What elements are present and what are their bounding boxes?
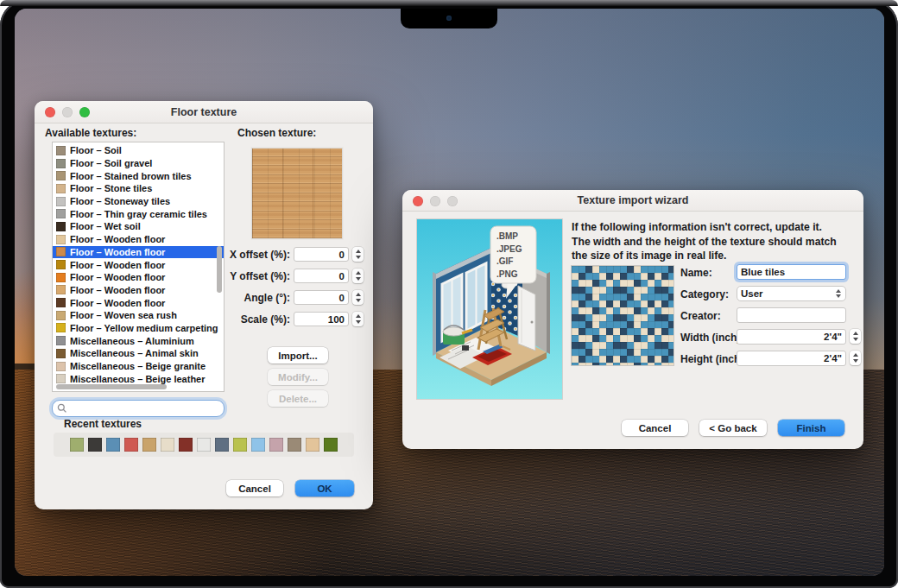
delete-button[interactable]: Delete... (268, 390, 328, 407)
recent-swatch[interactable] (269, 438, 283, 452)
texture-search-input[interactable] (52, 400, 224, 417)
y-offset-stepper[interactable] (352, 269, 364, 283)
width-stepper[interactable] (850, 329, 861, 344)
texture-list-item[interactable]: Miscellaneous – Animal skin (53, 347, 224, 360)
floor-dialog-titlebar[interactable]: Floor texture (35, 101, 373, 123)
scale-stepper[interactable] (352, 312, 364, 326)
texture-list-item[interactable]: Miscellaneous – Beige granite (53, 360, 224, 373)
texture-list-item[interactable]: Floor – Stone tiles (53, 182, 224, 195)
recent-swatch[interactable] (88, 438, 102, 452)
texture-swatch (56, 222, 66, 231)
texture-list-item[interactable]: Floor – Stoneway tiles (53, 195, 224, 208)
recent-textures-label: Recent textures (64, 418, 142, 430)
import-button[interactable]: Import... (268, 347, 328, 364)
texture-swatch (56, 209, 66, 218)
texture-list-item[interactable]: Miscellaneous – Beige leather (53, 372, 224, 385)
texture-swatch (56, 159, 66, 168)
texture-swatch (56, 235, 66, 244)
texture-list-item[interactable]: Floor – Stained brown tiles (53, 169, 224, 182)
imported-texture-thumbnail (572, 266, 674, 365)
scale-label: Scale (%): (164, 313, 290, 326)
file-type-png: .PNG (496, 269, 522, 281)
texture-swatch (56, 323, 66, 332)
chosen-texture-label: Chosen texture: (237, 127, 316, 139)
name-input[interactable]: Blue tiles (737, 264, 846, 280)
angle-input[interactable]: 0 (294, 290, 349, 305)
texture-swatch (56, 362, 66, 371)
wizard-go-back-button[interactable]: < Go back (699, 420, 767, 436)
recent-swatch[interactable] (70, 438, 84, 452)
angle-label: Angle (°): (164, 292, 290, 304)
modify-button[interactable]: Modify... (268, 369, 328, 385)
x-offset-input[interactable]: 0 (294, 247, 349, 262)
height-input[interactable]: 2'4" (737, 351, 846, 366)
creator-input[interactable] (737, 307, 846, 323)
wizard-title: Texture import wizard (402, 190, 863, 212)
recent-swatch[interactable] (197, 438, 211, 452)
recent-swatch[interactable] (324, 438, 338, 452)
category-label: Category: (680, 288, 729, 300)
x-offset-stepper[interactable] (352, 247, 364, 262)
texture-list-item[interactable]: Floor – Thin gray ceramic tiles (53, 207, 224, 220)
floor-ok-button[interactable]: OK (295, 480, 354, 496)
available-textures-label: Available textures: (45, 127, 136, 139)
creator-label: Creator: (680, 310, 721, 322)
texture-swatch (56, 247, 66, 256)
file-type-bmp: .BMP (496, 231, 522, 243)
recent-swatch[interactable] (288, 438, 301, 452)
file-type-jpeg: .JPEG (496, 243, 522, 256)
recent-swatch[interactable] (251, 438, 265, 452)
wizard-finish-button[interactable]: Finish (778, 420, 844, 436)
texture-list-item[interactable]: Floor – Soil gravel (53, 157, 224, 170)
texture-swatch (56, 273, 66, 282)
search-icon (57, 403, 67, 414)
y-offset-label: Y offset (%): (164, 270, 290, 282)
width-label: Width (inch): (680, 332, 743, 344)
wizard-illustration: .BMP .JPEG .GIF .PNG (417, 219, 562, 399)
recent-swatch[interactable] (142, 438, 156, 452)
chosen-texture-preview (252, 149, 342, 238)
texture-swatch (56, 197, 66, 206)
wizard-cancel-button[interactable]: Cancel (622, 420, 688, 436)
category-select[interactable]: User (737, 286, 846, 301)
texture-list-item[interactable]: Floor – Wet soil (53, 220, 224, 233)
texture-list-item[interactable]: Floor – Soil (53, 144, 224, 157)
angle-stepper[interactable] (352, 290, 364, 305)
camera-dot (446, 16, 452, 21)
notch (401, 9, 497, 28)
desktop-screen: Floor texture Available textures: Floor … (15, 9, 884, 576)
name-label: Name: (680, 267, 712, 279)
recent-swatch[interactable] (124, 438, 138, 452)
recent-swatch[interactable] (306, 438, 319, 452)
recent-swatch[interactable] (106, 438, 120, 452)
recent-textures-strip (54, 433, 354, 457)
texture-swatch (56, 349, 66, 358)
texture-swatch (56, 146, 66, 155)
scale-input[interactable]: 100 (294, 312, 349, 326)
y-offset-input[interactable]: 0 (294, 269, 349, 283)
texture-swatch (56, 311, 66, 320)
floor-texture-dialog: Floor texture Available textures: Floor … (35, 101, 373, 509)
recent-swatch[interactable] (215, 438, 229, 452)
recent-swatch[interactable] (161, 438, 174, 452)
texture-swatch (56, 298, 66, 307)
floor-cancel-button[interactable]: Cancel (226, 480, 283, 496)
texture-swatch (56, 260, 66, 269)
x-offset-label: X offset (%): (164, 249, 290, 261)
texture-list-item[interactable]: Miscellaneous – Aluminium (53, 334, 224, 347)
texture-import-wizard-dialog: Texture import wizard (402, 190, 863, 449)
texture-swatch (56, 184, 66, 193)
recent-swatch[interactable] (179, 438, 193, 452)
chevron-up-down-icon (836, 287, 841, 300)
height-stepper[interactable] (850, 351, 861, 365)
laptop-frame: Floor texture Available textures: Floor … (0, 0, 898, 588)
available-textures-list[interactable]: Floor – Soil Floor – Soil gravel Floor –… (52, 142, 224, 392)
texture-swatch (56, 336, 66, 345)
horizontal-scrollbar-thumb[interactable] (56, 384, 167, 389)
texture-list-item[interactable]: Floor – Wooden floor (53, 233, 224, 246)
wizard-info-text: If the following information isn't corre… (572, 220, 862, 263)
recent-swatch[interactable] (233, 438, 247, 452)
width-input[interactable]: 2'4" (737, 329, 846, 345)
texture-swatch (56, 171, 66, 180)
wizard-titlebar[interactable]: Texture import wizard (402, 190, 863, 212)
